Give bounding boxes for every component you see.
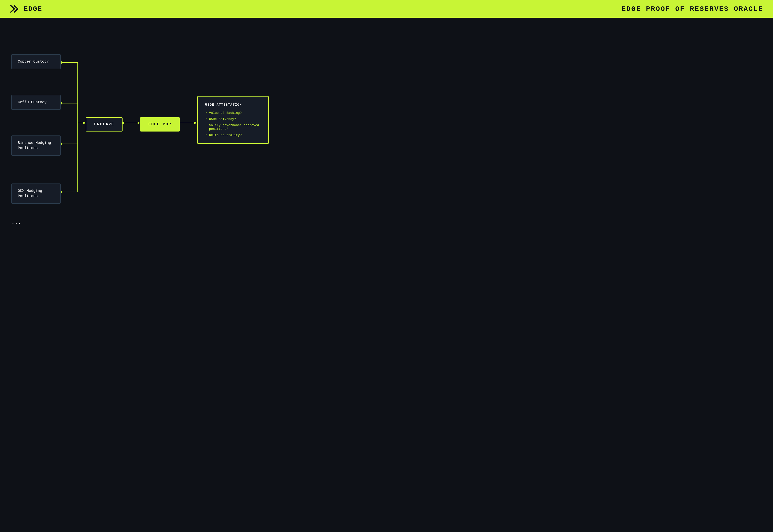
attestation-box: USDE ATTESTATION Value of Backing? USDe …: [197, 96, 269, 144]
enclave-box: ENCLAVE: [86, 117, 122, 132]
enclave-por-arrow: [137, 122, 140, 124]
attestation-item-1: Value of Backing?: [205, 111, 261, 115]
attestation-item-4: Delta neutrality?: [205, 133, 261, 137]
edge-por-box: EDGE POR: [140, 117, 180, 132]
brand-area: EDGE: [10, 4, 42, 14]
copper-custody-box: Copper Custody: [11, 54, 61, 69]
diagram-canvas: Copper Custody Ceffu Custody Binance Hed…: [0, 18, 773, 532]
por-attestation-arrow: [194, 122, 197, 124]
trunk-enclave-arrow: [83, 122, 86, 124]
more-sources-indicator: ...: [11, 220, 21, 226]
connector-overlay: [0, 18, 773, 532]
page-title: EDGE PROOF OF RESERVES ORACLE: [622, 5, 763, 13]
attestation-item-3: Solely governance approved positions?: [205, 123, 261, 131]
app-header: EDGE EDGE PROOF OF RESERVES ORACLE: [0, 0, 773, 18]
edge-logo-icon: [10, 4, 20, 14]
brand-name: EDGE: [24, 5, 42, 13]
attestation-list: Value of Backing? USDe Solvency? Solely …: [205, 111, 261, 137]
okx-hedging-box: OKX Hedging Positions: [11, 183, 61, 204]
ceffu-custody-box: Ceffu Custody: [11, 95, 61, 110]
attestation-title: USDE ATTESTATION: [205, 103, 261, 107]
attestation-item-2: USDe Solvency?: [205, 117, 261, 121]
binance-hedging-box: Binance Hedging Positions: [11, 135, 61, 156]
